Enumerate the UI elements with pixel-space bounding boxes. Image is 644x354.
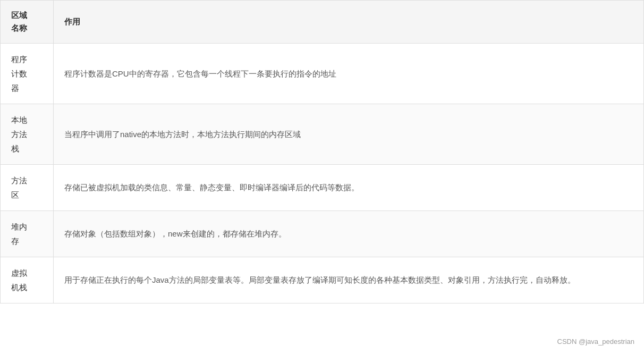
row-name-cell: 虚拟机栈 xyxy=(1,257,54,304)
main-container: 区域名称 作用 程序计数器程序计数器是CPU中的寄存器，它包含每一个线程下一条要… xyxy=(0,0,644,354)
row-name-cell: 堆内存 xyxy=(1,211,54,257)
table-row: 本地方法栈当程序中调用了native的本地方法时，本地方法执行期间的内存区域 xyxy=(1,104,644,165)
row-name-cell: 本地方法栈 xyxy=(1,104,54,165)
watermark: CSDN @java_pedestrian xyxy=(557,336,634,348)
row-desc-cell: 程序计数器是CPU中的寄存器，它包含每一个线程下一条要执行的指令的地址 xyxy=(54,44,644,104)
row-name-cell: 程序计数器 xyxy=(1,44,54,104)
table-row: 堆内存存储对象（包括数组对象），new来创建的，都存储在堆内存。 xyxy=(1,211,644,257)
row-name-cell: 方法区 xyxy=(1,165,54,211)
row-desc-cell: 存储已被虚拟机加载的类信息、常量、静态变量、即时编译器编译后的代码等数据。 xyxy=(54,165,644,211)
col-header-name: 区域名称 xyxy=(1,1,54,44)
jvm-memory-table: 区域名称 作用 程序计数器程序计数器是CPU中的寄存器，它包含每一个线程下一条要… xyxy=(0,0,644,304)
table-header-row: 区域名称 作用 xyxy=(1,1,644,44)
row-desc-cell: 用于存储正在执行的每个Java方法的局部变量表等。局部变量表存放了编译期可知长度… xyxy=(54,257,644,304)
col-header-desc: 作用 xyxy=(54,1,644,44)
table-row: 方法区存储已被虚拟机加载的类信息、常量、静态变量、即时编译器编译后的代码等数据。 xyxy=(1,165,644,211)
row-desc-cell: 存储对象（包括数组对象），new来创建的，都存储在堆内存。 xyxy=(54,211,644,257)
row-desc-cell: 当程序中调用了native的本地方法时，本地方法执行期间的内存区域 xyxy=(54,104,644,165)
table-row: 虚拟机栈用于存储正在执行的每个Java方法的局部变量表等。局部变量表存放了编译期… xyxy=(1,257,644,304)
table-row: 程序计数器程序计数器是CPU中的寄存器，它包含每一个线程下一条要执行的指令的地址 xyxy=(1,44,644,104)
